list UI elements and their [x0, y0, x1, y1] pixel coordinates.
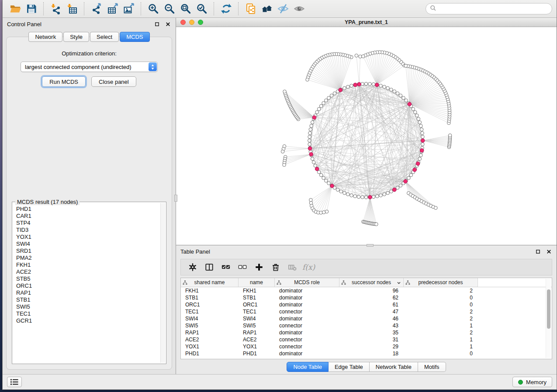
settings-gear-icon[interactable] — [184, 261, 201, 274]
tab-network[interactable]: Network — [28, 32, 62, 42]
add-entry-icon[interactable] — [251, 261, 267, 274]
table-cell: 2 — [404, 308, 478, 315]
tab-motifs[interactable]: Motifs — [418, 362, 446, 372]
save-session-icon[interactable] — [23, 1, 39, 16]
table-scrollbar-thumb[interactable] — [547, 289, 550, 329]
tab-node-table[interactable]: Node Table — [287, 362, 329, 372]
float-panel-icon[interactable] — [153, 21, 160, 28]
minimize-window-icon[interactable] — [189, 20, 194, 25]
tab-network-table[interactable]: Network Table — [370, 362, 418, 372]
network-title: YPA_prune.txt_1 — [345, 19, 388, 25]
select-all-icon[interactable] — [218, 261, 234, 274]
horizontal-splitter-handle[interactable] — [367, 244, 374, 247]
close-window-icon[interactable] — [180, 20, 186, 25]
show-panels-button[interactable] — [7, 377, 22, 387]
zoom-selected-icon[interactable] — [194, 1, 210, 16]
table-cell: 47 — [339, 308, 404, 315]
table-cell: FKH1 — [181, 287, 239, 294]
table-row[interactable]: TEC1TEC1connector472 — [181, 308, 552, 315]
toolbar-group — [7, 1, 39, 16]
table-row[interactable]: STB1STB1dominator620 — [181, 294, 552, 301]
toolbar-groups — [7, 1, 307, 16]
table-row[interactable]: RAP1RAP1dominator352 — [181, 329, 552, 336]
mcds-result-item[interactable]: TID3 — [16, 227, 159, 234]
close-panel-icon[interactable] — [164, 21, 171, 28]
close-panel-icon[interactable] — [545, 248, 552, 255]
mcds-result-item[interactable]: YOX1 — [16, 234, 159, 241]
criterion-value: largest connected component (undirected) — [25, 64, 131, 70]
column-header-MCDS-role[interactable]: MCDS role — [275, 278, 339, 287]
table-row[interactable]: ORC1ORC1dominator610 — [181, 301, 552, 308]
first-neighbors-icon[interactable] — [259, 1, 275, 16]
import-table-icon[interactable] — [64, 1, 80, 16]
table-header-row: shared namenameMCDS rolesuccessor nodesp… — [181, 278, 552, 287]
mcds-tab-content: Optimization criterion: largest connecte… — [6, 37, 172, 370]
refresh-layout-icon[interactable] — [218, 1, 234, 16]
float-panel-icon[interactable] — [534, 248, 541, 255]
tab-edge-table[interactable]: Edge Table — [329, 362, 370, 372]
mcds-result-item[interactable]: SWI4 — [16, 241, 159, 248]
table-row[interactable]: ACE2ACE2connector311 — [181, 336, 552, 343]
deselect-all-icon[interactable] — [234, 261, 251, 274]
mcds-result-item[interactable]: STP4 — [16, 220, 159, 227]
network-titlebar[interactable]: YPA_prune.txt_1 — [176, 18, 557, 27]
run-mcds-button[interactable]: Run MCDS — [42, 76, 86, 87]
table-row[interactable]: PHD1PHD1dominator180 — [181, 350, 552, 357]
table-row[interactable]: YOX1YOX1connector291 — [181, 343, 552, 350]
mcds-result-item[interactable]: ORC1 — [16, 282, 159, 289]
column-layout-icon[interactable] — [201, 261, 218, 274]
maximize-window-icon[interactable] — [198, 20, 203, 25]
mcds-result-item[interactable]: GCR1 — [16, 317, 159, 324]
mcds-result-item[interactable]: SWI5 — [16, 303, 159, 310]
table-row[interactable]: SWI4SWI4dominator462 — [181, 315, 552, 322]
table-cell: SWI4 — [239, 315, 275, 322]
table-row[interactable]: FKH1FKH1dominator962 — [181, 287, 552, 294]
node-table: shared namenameMCDS rolesuccessor nodesp… — [180, 278, 552, 359]
search-box[interactable] — [426, 3, 552, 14]
hide-selected-icon[interactable] — [275, 1, 291, 16]
column-header-predecessor-nodes[interactable]: predecessor nodes — [404, 278, 478, 287]
zoom-out-icon[interactable] — [161, 1, 177, 16]
export-network-icon[interactable] — [88, 1, 104, 16]
export-table-icon[interactable] — [104, 1, 121, 16]
mcds-result-item[interactable]: PHD1 — [16, 206, 159, 213]
mcds-result-item[interactable]: FKH1 — [16, 261, 159, 268]
result-scrollbar[interactable] — [160, 203, 165, 363]
tab-style[interactable]: Style — [63, 32, 89, 42]
mcds-result-item[interactable]: PMA2 — [16, 254, 159, 261]
open-file-icon[interactable] — [7, 1, 23, 16]
mcds-result-item[interactable]: TEC1 — [16, 310, 159, 317]
search-icon — [430, 5, 436, 13]
mcds-result-item[interactable]: RAP1 — [16, 289, 159, 296]
search-input[interactable] — [439, 6, 548, 12]
mcds-result-item[interactable]: CAR1 — [16, 213, 159, 220]
network-share-icon[interactable] — [242, 1, 259, 16]
memory-button[interactable]: Memory — [512, 377, 552, 387]
show-all-icon[interactable] — [291, 1, 307, 16]
mcds-result-item[interactable]: ACE2 — [16, 268, 159, 275]
delete-entry-icon[interactable] — [267, 261, 284, 274]
mcds-result-item[interactable]: STB1 — [16, 296, 159, 303]
table-scrollbar[interactable] — [546, 279, 551, 358]
column-header-shared-name[interactable]: shared name — [181, 278, 239, 287]
table-cell: YOX1 — [181, 343, 239, 350]
column-header-name[interactable]: name — [239, 278, 275, 287]
tab-mcds[interactable]: MCDS — [120, 32, 149, 42]
control-panel: Control Panel NetworkStyleSelectMCDS Opt… — [3, 18, 176, 374]
close-panel-button[interactable]: Close panel — [91, 76, 136, 87]
zoom-in-icon[interactable] — [145, 1, 161, 16]
mcds-result-item[interactable]: STB5 — [16, 275, 159, 282]
zoom-fit-icon[interactable] — [177, 1, 194, 16]
column-header-successor-nodes[interactable]: successor nodes — [339, 278, 404, 287]
table-cell: STB1 — [239, 294, 275, 301]
vertical-splitter-handle[interactable] — [174, 195, 177, 202]
export-image-icon[interactable] — [121, 1, 137, 16]
criterion-select[interactable]: largest connected component (undirected) — [21, 62, 158, 72]
mcds-result-item[interactable]: SRD1 — [16, 248, 159, 254]
table-cell: STB1 — [181, 294, 239, 301]
network-canvas[interactable] — [176, 27, 557, 245]
network-graph[interactable] — [176, 27, 557, 245]
tab-select[interactable]: Select — [90, 32, 119, 42]
table-row[interactable]: SWI5SWI5connector431 — [181, 322, 552, 329]
import-network-icon[interactable] — [48, 1, 64, 16]
